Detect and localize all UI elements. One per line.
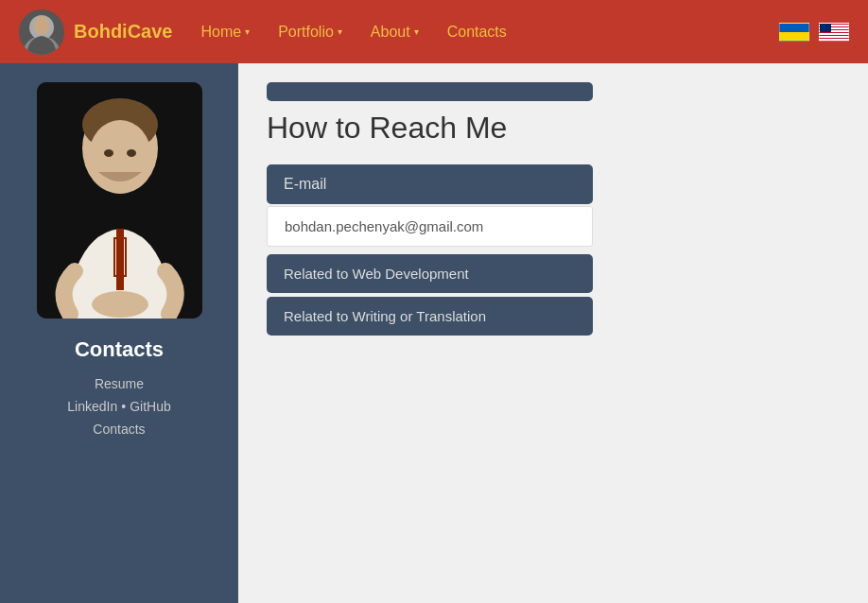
web-dev-option[interactable]: Related to Web Development xyxy=(267,254,593,293)
portfolio-caret: ▾ xyxy=(338,26,342,37)
home-caret: ▾ xyxy=(245,26,250,37)
nav-links: Home ▾ Portfolio ▾ About ▾ Contacts xyxy=(200,24,751,41)
svg-point-2 xyxy=(34,16,49,35)
navbar-brand[interactable]: BohdiCave xyxy=(19,9,172,55)
avatar xyxy=(19,9,64,55)
nav-contacts[interactable]: Contacts xyxy=(447,24,507,41)
nav-home[interactable]: Home ▾ xyxy=(200,24,250,41)
flag-ukraine[interactable] xyxy=(779,23,809,42)
brand-name: BohdiCave xyxy=(74,21,172,43)
sidebar: Contacts Resume LinkedIn • GitHub Contac… xyxy=(0,63,238,603)
nav-portfolio[interactable]: Portfolio ▾ xyxy=(278,24,342,41)
email-value-card: bohdan.pechenyak@gmail.com xyxy=(267,206,593,247)
email-header-card: E-mail xyxy=(267,164,593,204)
navbar: BohdiCave Home ▾ Portfolio ▾ About ▾ Con… xyxy=(0,0,868,63)
profile-photo xyxy=(37,82,202,319)
about-caret: ▾ xyxy=(414,26,419,37)
flag-group xyxy=(779,23,849,42)
scroll-button-partial xyxy=(267,82,593,101)
flag-us[interactable] xyxy=(819,23,849,42)
sidebar-linkedin-link[interactable]: LinkedIn xyxy=(67,399,117,414)
separator-dot: • xyxy=(121,399,126,414)
sidebar-contacts-heading: Contacts xyxy=(75,337,164,362)
sidebar-github-link[interactable]: GitHub xyxy=(130,399,171,414)
main-content: How to Reach Me E-mail bohdan.pechenyak@… xyxy=(238,63,868,603)
sidebar-resume-link[interactable]: Resume xyxy=(95,376,144,391)
svg-point-8 xyxy=(92,291,148,318)
sidebar-contacts-link[interactable]: Contacts xyxy=(93,422,145,437)
section-title: How to Reach Me xyxy=(267,111,840,146)
nav-about[interactable]: About ▾ xyxy=(371,24,419,41)
sidebar-link-list: Resume LinkedIn • GitHub Contacts xyxy=(67,376,170,437)
writing-option[interactable]: Related to Writing or Translation xyxy=(267,297,593,336)
sidebar-social-links: LinkedIn • GitHub xyxy=(67,399,170,414)
main-layout: Contacts Resume LinkedIn • GitHub Contac… xyxy=(0,63,868,603)
svg-point-10 xyxy=(127,149,136,157)
svg-point-9 xyxy=(104,149,113,157)
